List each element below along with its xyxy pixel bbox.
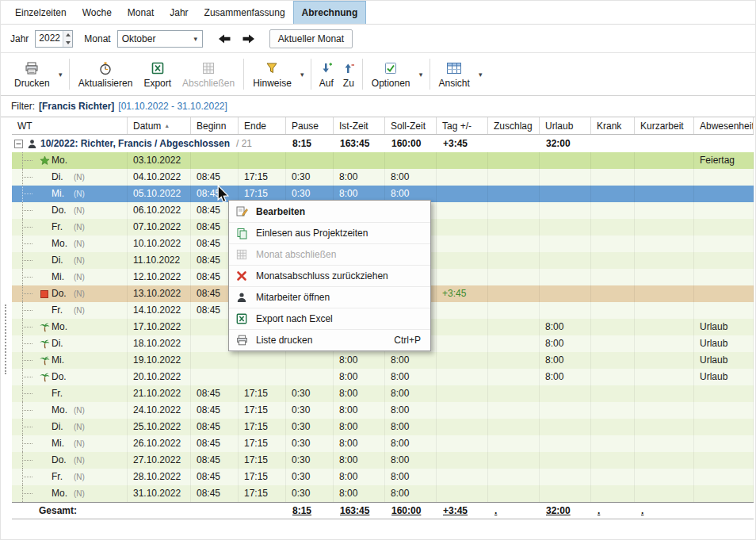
weekday-label: Do. bbox=[52, 285, 72, 302]
cell-krank bbox=[591, 285, 635, 302]
cell-wt: Mo. (N) bbox=[12, 236, 128, 252]
menu-shortcut: Ctrl+P bbox=[394, 335, 421, 346]
collapse-expander-icon[interactable] bbox=[14, 140, 25, 148]
weekday-label: Mi. bbox=[52, 352, 72, 369]
table-row[interactable]: Mo. (N) 31.10.2022 08:45 17:15 0:30 8:00… bbox=[12, 485, 754, 502]
column-header-urlaub[interactable]: Urlaub bbox=[540, 117, 591, 134]
column-header-wt[interactable]: WT bbox=[12, 117, 128, 134]
splitter-handle[interactable] bbox=[5, 304, 7, 374]
hints-dropdown-chevron-icon[interactable]: ▾ bbox=[297, 53, 307, 95]
table-row[interactable]: Mi. 19.10.2022 8:00 8:00 8:00 Urlaub bbox=[12, 352, 754, 369]
options-dropdown-chevron-icon[interactable]: ▾ bbox=[416, 53, 426, 95]
expand-all-button[interactable]: Auf bbox=[315, 53, 338, 95]
table-row[interactable]: Fr. (N) 28.10.2022 08:45 17:15 0:30 8:00… bbox=[12, 469, 754, 485]
cell-kurzarbeit bbox=[635, 269, 694, 285]
table-header-row: WTDatum▲BeginnEndePauseIst-ZeitSoll-Zeit… bbox=[12, 117, 754, 135]
tab-woche[interactable]: Woche bbox=[74, 1, 120, 24]
column-header-zuschlag[interactable]: Zuschlag bbox=[488, 117, 540, 134]
refresh-button[interactable]: Aktualisieren bbox=[73, 53, 139, 95]
column-header-abwesenheit[interactable]: Abwesenheit bbox=[694, 117, 754, 134]
table-row[interactable]: Do. 20.10.2022 8:00 8:00 8:00 Urlaub bbox=[12, 369, 754, 385]
cell-wt: Fr. (N) bbox=[12, 219, 128, 236]
month-dropdown[interactable]: Oktober ▾ bbox=[117, 30, 203, 48]
weekday-label: Mo. bbox=[52, 236, 72, 252]
cell-tag-saldo bbox=[437, 319, 488, 335]
cell-zuschlag bbox=[488, 452, 540, 469]
table-row[interactable]: Mi. (N) 26.10.2022 08:45 17:15 0:30 8:00… bbox=[12, 435, 754, 452]
cell-kurzarbeit bbox=[635, 402, 694, 419]
cell-ist-zeit: 8:00 bbox=[334, 169, 385, 186]
table-row[interactable]: Mo. 03.10.2022 Feiertag bbox=[12, 152, 754, 169]
cell-krank bbox=[591, 352, 635, 369]
view-dropdown-chevron-icon[interactable]: ▾ bbox=[475, 53, 486, 95]
year-spinner[interactable]: 2022 bbox=[35, 30, 73, 48]
table-row[interactable]: Mo. (N) 24.10.2022 08:45 17:15 0:30 8:00… bbox=[12, 402, 754, 419]
spin-down-icon[interactable] bbox=[63, 39, 72, 47]
tab-abrechnung[interactable]: Abrechnung bbox=[293, 1, 367, 24]
cell-wt: Mo. bbox=[12, 152, 128, 169]
cell-kurzarbeit bbox=[635, 152, 694, 169]
year-spin-buttons[interactable] bbox=[63, 31, 72, 47]
table-row[interactable]: Do. (N) 27.10.2022 08:45 17:15 0:30 8:00… bbox=[12, 452, 754, 469]
menu-item-monatsabschluss-zurückziehen[interactable]: Monatsabschluss zurückziehen bbox=[229, 265, 430, 286]
close-month-button[interactable]: Abschließen bbox=[177, 53, 240, 95]
tab-einzelzeiten[interactable]: Einzelzeiten bbox=[7, 1, 74, 24]
toolbar-separator bbox=[362, 59, 363, 90]
tree-line bbox=[15, 202, 37, 219]
cell-abwesenheit: Urlaub bbox=[694, 335, 754, 352]
menu-item-label: Liste drucken bbox=[256, 335, 312, 346]
column-header-ende[interactable]: Ende bbox=[239, 117, 286, 134]
print-button[interactable]: Drucken bbox=[9, 53, 55, 95]
table-row[interactable]: Di. (N) 04.10.2022 08:45 17:15 0:30 8:00… bbox=[12, 169, 754, 186]
tree-line bbox=[15, 469, 37, 485]
menu-item-bearbeiten[interactable]: Bearbeiten bbox=[229, 201, 430, 222]
time-tracking-window: EinzelzeitenWocheMonatJahrZusammenfassun… bbox=[0, 0, 756, 540]
cell-tag-saldo bbox=[437, 236, 488, 252]
cell-urlaub bbox=[540, 452, 591, 469]
tree-line bbox=[15, 352, 37, 369]
export-button[interactable]: Export bbox=[138, 53, 177, 95]
previous-month-button[interactable] bbox=[216, 30, 235, 48]
menu-item-liste-drucken[interactable]: Liste drucken Ctrl+P bbox=[229, 329, 430, 350]
cell-krank bbox=[591, 435, 635, 452]
tab-jahr[interactable]: Jahr bbox=[162, 1, 196, 24]
cell-kurzarbeit bbox=[635, 236, 694, 252]
print-dropdown-chevron-icon[interactable]: ▾ bbox=[55, 53, 66, 95]
current-month-button[interactable]: Aktueller Monat bbox=[269, 29, 353, 48]
tab-zusammenfassung[interactable]: Zusammenfassung bbox=[197, 1, 293, 24]
context-menu: Bearbeiten Einlesen aus Projektzeiten Mo… bbox=[228, 200, 431, 351]
cell-datum: 19.10.2022 bbox=[128, 352, 191, 369]
weekday-label: Mi. bbox=[52, 186, 72, 202]
cell-abwesenheit bbox=[694, 186, 754, 202]
table-row[interactable]: Fr. 21.10.2022 08:45 17:15 0:30 8:00 8:0… bbox=[12, 385, 754, 402]
column-header-kurzarbeit[interactable]: Kurzarbeit bbox=[635, 117, 694, 134]
column-header-krank[interactable]: Krank bbox=[591, 117, 635, 134]
menu-item-mitarbeiter-öffnen[interactable]: Mitarbeiter öffnen bbox=[229, 286, 430, 308]
options-button[interactable]: Optionen bbox=[366, 53, 416, 95]
group-row[interactable]: 10/2022: Richter, Francis / Abgeschlosse… bbox=[12, 135, 754, 152]
column-header-tag-+[interactable]: Tag +/- bbox=[437, 117, 488, 134]
tree-line bbox=[15, 285, 37, 302]
menu-item-export-nach-excel[interactable]: Export nach Excel bbox=[229, 308, 430, 329]
collapse-all-label: Zu bbox=[343, 78, 354, 89]
cell-krank bbox=[591, 219, 635, 236]
collapse-all-button[interactable]: Zu bbox=[338, 53, 359, 95]
tab-monat[interactable]: Monat bbox=[120, 1, 162, 24]
cell-soll-zeit: 8:00 bbox=[385, 469, 437, 485]
column-header-ist-zeit[interactable]: Ist-Zeit bbox=[334, 117, 385, 134]
view-button[interactable]: Ansicht bbox=[433, 53, 475, 95]
group-total-ist: 163:45 bbox=[340, 138, 369, 149]
column-header-pause[interactable]: Pause bbox=[286, 117, 334, 134]
hints-button[interactable]: Hinweise bbox=[247, 53, 297, 95]
n-marker: (N) bbox=[74, 269, 85, 285]
table-row[interactable]: Di. (N) 25.10.2022 08:45 17:15 0:30 8:00… bbox=[12, 419, 754, 435]
next-month-button[interactable] bbox=[239, 30, 258, 48]
column-header-soll-zeit[interactable]: Soll-Zeit bbox=[385, 117, 437, 134]
cell-kurzarbeit bbox=[635, 469, 694, 485]
menu-item-monat-abschließen[interactable]: Monat abschließen bbox=[229, 243, 430, 265]
cell-urlaub bbox=[540, 269, 591, 285]
menu-item-einlesen-aus-projektzeiten[interactable]: Einlesen aus Projektzeiten bbox=[229, 222, 430, 243]
column-header-beginn[interactable]: Beginn bbox=[191, 117, 239, 134]
column-header-datum[interactable]: Datum▲ bbox=[128, 117, 191, 134]
spin-up-icon[interactable] bbox=[63, 31, 72, 39]
